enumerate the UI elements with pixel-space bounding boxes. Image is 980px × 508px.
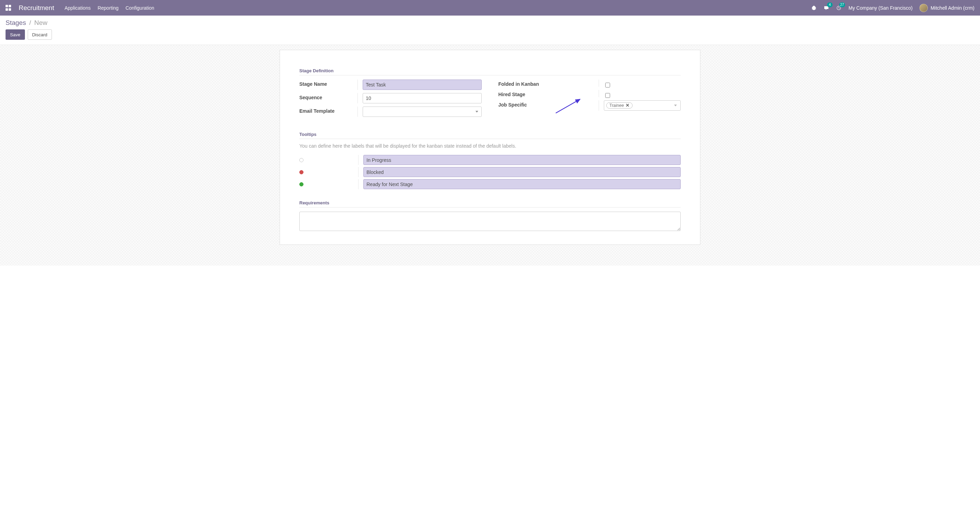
user-menu[interactable]: Mitchell Admin (crm) — [920, 4, 974, 12]
state-normal-input[interactable] — [363, 155, 681, 165]
content-area: Stage Definition Stage Name Sequence — [0, 45, 980, 265]
state-dot-normal — [299, 158, 304, 162]
stage-name-input[interactable] — [363, 79, 482, 90]
breadcrumb-parent[interactable]: Stages — [6, 19, 26, 26]
nav-applications[interactable]: Applications — [64, 5, 91, 11]
job-specific-tags[interactable]: Trainee ✕ — [604, 100, 681, 111]
email-template-select[interactable] — [363, 106, 482, 117]
control-bar: Stages / New Save Discard — [0, 16, 980, 45]
label-email-template: Email Template — [299, 106, 358, 114]
sequence-input[interactable] — [363, 93, 482, 103]
label-stage-name: Stage Name — [299, 79, 358, 87]
activities-badge: 27 — [839, 2, 845, 7]
label-hired: Hired Stage — [498, 90, 599, 97]
company-selector[interactable]: My Company (San Francisco) — [848, 5, 913, 11]
label-job-specific: Job Specific — [498, 100, 599, 108]
avatar — [920, 4, 928, 12]
save-button[interactable]: Save — [6, 29, 25, 40]
messages-icon[interactable]: 4 — [824, 5, 829, 11]
tag-trainee: Trainee ✕ — [606, 102, 633, 109]
folded-checkbox[interactable] — [605, 83, 610, 87]
section-tooltips: Tooltips — [299, 132, 681, 137]
label-sequence: Sequence — [299, 93, 358, 100]
top-navbar: Recruitment Applications Reporting Confi… — [0, 0, 980, 16]
bug-icon[interactable] — [811, 5, 817, 11]
form-sheet: Stage Definition Stage Name Sequence — [280, 50, 700, 245]
section-requirements: Requirements — [299, 200, 681, 205]
section-stage-definition: Stage Definition — [299, 68, 681, 73]
nav-reporting[interactable]: Reporting — [98, 5, 119, 11]
tag-remove-icon[interactable]: ✕ — [626, 103, 630, 108]
state-dot-blocked — [299, 170, 304, 174]
state-done-input[interactable] — [363, 179, 681, 189]
user-name: Mitchell Admin (crm) — [931, 5, 974, 11]
apps-icon[interactable] — [6, 5, 12, 11]
messages-badge: 4 — [827, 2, 833, 7]
state-blocked-input[interactable] — [363, 167, 681, 177]
brand-title[interactable]: Recruitment — [19, 4, 54, 12]
breadcrumb-current: New — [34, 19, 48, 26]
discard-button[interactable]: Discard — [28, 29, 52, 40]
breadcrumb: Stages / New — [6, 19, 974, 27]
activities-icon[interactable]: 27 — [836, 5, 842, 11]
nav-configuration[interactable]: Configuration — [126, 5, 154, 11]
hired-checkbox[interactable] — [605, 93, 610, 98]
state-dot-done — [299, 182, 304, 186]
requirements-textarea[interactable] — [299, 212, 681, 231]
label-folded: Folded in Kanban — [498, 79, 599, 87]
tooltips-help: You can define here the labels that will… — [299, 143, 681, 149]
